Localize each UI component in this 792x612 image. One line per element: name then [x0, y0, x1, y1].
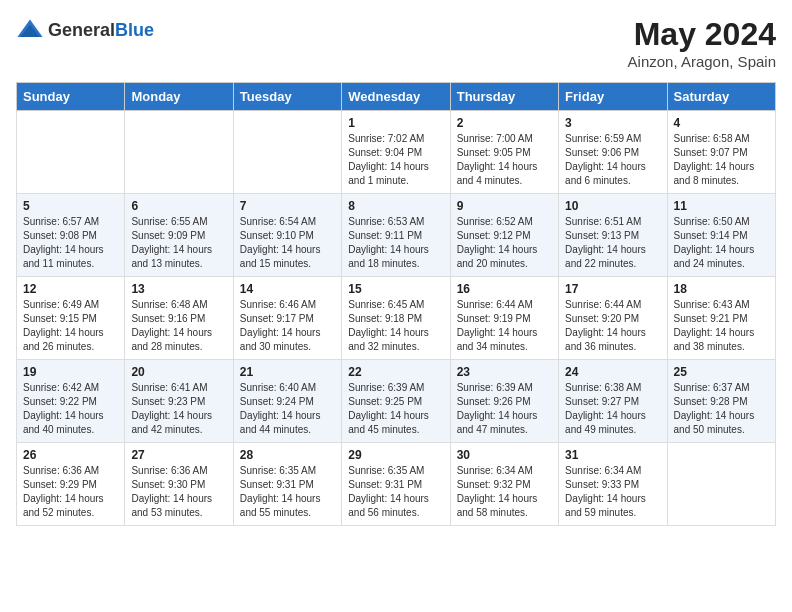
day-info: Sunrise: 6:49 AM Sunset: 9:15 PM Dayligh… [23, 298, 118, 354]
calendar-cell [125, 111, 233, 194]
calendar-cell: 29Sunrise: 6:35 AM Sunset: 9:31 PM Dayli… [342, 443, 450, 526]
calendar-cell [233, 111, 341, 194]
day-info: Sunrise: 6:37 AM Sunset: 9:28 PM Dayligh… [674, 381, 769, 437]
day-number: 10 [565, 199, 660, 213]
calendar-cell: 18Sunrise: 6:43 AM Sunset: 9:21 PM Dayli… [667, 277, 775, 360]
calendar-cell: 8Sunrise: 6:53 AM Sunset: 9:11 PM Daylig… [342, 194, 450, 277]
day-info: Sunrise: 6:39 AM Sunset: 9:25 PM Dayligh… [348, 381, 443, 437]
day-of-week-header: Monday [125, 83, 233, 111]
day-of-week-header: Saturday [667, 83, 775, 111]
calendar-week-row: 5Sunrise: 6:57 AM Sunset: 9:08 PM Daylig… [17, 194, 776, 277]
calendar-cell: 5Sunrise: 6:57 AM Sunset: 9:08 PM Daylig… [17, 194, 125, 277]
day-of-week-header: Tuesday [233, 83, 341, 111]
calendar-week-row: 1Sunrise: 7:02 AM Sunset: 9:04 PM Daylig… [17, 111, 776, 194]
day-info: Sunrise: 6:38 AM Sunset: 9:27 PM Dayligh… [565, 381, 660, 437]
calendar-cell: 27Sunrise: 6:36 AM Sunset: 9:30 PM Dayli… [125, 443, 233, 526]
day-info: Sunrise: 7:02 AM Sunset: 9:04 PM Dayligh… [348, 132, 443, 188]
logo-icon [16, 16, 44, 44]
day-number: 29 [348, 448, 443, 462]
calendar-week-row: 12Sunrise: 6:49 AM Sunset: 9:15 PM Dayli… [17, 277, 776, 360]
logo-general: General [48, 20, 115, 40]
calendar-table: SundayMondayTuesdayWednesdayThursdayFrid… [16, 82, 776, 526]
calendar-cell: 15Sunrise: 6:45 AM Sunset: 9:18 PM Dayli… [342, 277, 450, 360]
day-number: 4 [674, 116, 769, 130]
day-number: 11 [674, 199, 769, 213]
calendar-cell: 17Sunrise: 6:44 AM Sunset: 9:20 PM Dayli… [559, 277, 667, 360]
calendar-cell: 20Sunrise: 6:41 AM Sunset: 9:23 PM Dayli… [125, 360, 233, 443]
day-number: 12 [23, 282, 118, 296]
day-info: Sunrise: 6:51 AM Sunset: 9:13 PM Dayligh… [565, 215, 660, 271]
day-of-week-header: Wednesday [342, 83, 450, 111]
day-number: 7 [240, 199, 335, 213]
day-number: 19 [23, 365, 118, 379]
day-number: 9 [457, 199, 552, 213]
day-info: Sunrise: 6:36 AM Sunset: 9:30 PM Dayligh… [131, 464, 226, 520]
day-of-week-header: Sunday [17, 83, 125, 111]
day-info: Sunrise: 6:45 AM Sunset: 9:18 PM Dayligh… [348, 298, 443, 354]
day-number: 31 [565, 448, 660, 462]
calendar-cell: 10Sunrise: 6:51 AM Sunset: 9:13 PM Dayli… [559, 194, 667, 277]
logo: GeneralBlue [16, 16, 154, 44]
day-number: 13 [131, 282, 226, 296]
day-info: Sunrise: 6:57 AM Sunset: 9:08 PM Dayligh… [23, 215, 118, 271]
day-number: 28 [240, 448, 335, 462]
day-info: Sunrise: 6:50 AM Sunset: 9:14 PM Dayligh… [674, 215, 769, 271]
day-number: 25 [674, 365, 769, 379]
day-info: Sunrise: 6:54 AM Sunset: 9:10 PM Dayligh… [240, 215, 335, 271]
day-info: Sunrise: 6:52 AM Sunset: 9:12 PM Dayligh… [457, 215, 552, 271]
day-info: Sunrise: 6:39 AM Sunset: 9:26 PM Dayligh… [457, 381, 552, 437]
day-number: 27 [131, 448, 226, 462]
day-number: 22 [348, 365, 443, 379]
day-number: 1 [348, 116, 443, 130]
calendar-cell: 11Sunrise: 6:50 AM Sunset: 9:14 PM Dayli… [667, 194, 775, 277]
day-number: 30 [457, 448, 552, 462]
calendar-cell [667, 443, 775, 526]
day-number: 24 [565, 365, 660, 379]
logo-blue: Blue [115, 20, 154, 40]
day-info: Sunrise: 6:40 AM Sunset: 9:24 PM Dayligh… [240, 381, 335, 437]
day-info: Sunrise: 6:34 AM Sunset: 9:33 PM Dayligh… [565, 464, 660, 520]
day-info: Sunrise: 7:00 AM Sunset: 9:05 PM Dayligh… [457, 132, 552, 188]
calendar-cell: 28Sunrise: 6:35 AM Sunset: 9:31 PM Dayli… [233, 443, 341, 526]
calendar-cell: 13Sunrise: 6:48 AM Sunset: 9:16 PM Dayli… [125, 277, 233, 360]
calendar-cell: 31Sunrise: 6:34 AM Sunset: 9:33 PM Dayli… [559, 443, 667, 526]
day-info: Sunrise: 6:42 AM Sunset: 9:22 PM Dayligh… [23, 381, 118, 437]
calendar-week-row: 19Sunrise: 6:42 AM Sunset: 9:22 PM Dayli… [17, 360, 776, 443]
day-info: Sunrise: 6:59 AM Sunset: 9:06 PM Dayligh… [565, 132, 660, 188]
calendar-cell: 9Sunrise: 6:52 AM Sunset: 9:12 PM Daylig… [450, 194, 558, 277]
day-number: 3 [565, 116, 660, 130]
day-info: Sunrise: 6:44 AM Sunset: 9:20 PM Dayligh… [565, 298, 660, 354]
calendar-cell: 22Sunrise: 6:39 AM Sunset: 9:25 PM Dayli… [342, 360, 450, 443]
calendar-cell: 14Sunrise: 6:46 AM Sunset: 9:17 PM Dayli… [233, 277, 341, 360]
month-year-title: May 2024 [628, 16, 776, 53]
day-number: 14 [240, 282, 335, 296]
day-number: 17 [565, 282, 660, 296]
day-number: 20 [131, 365, 226, 379]
day-info: Sunrise: 6:43 AM Sunset: 9:21 PM Dayligh… [674, 298, 769, 354]
day-number: 8 [348, 199, 443, 213]
calendar-cell: 24Sunrise: 6:38 AM Sunset: 9:27 PM Dayli… [559, 360, 667, 443]
day-info: Sunrise: 6:35 AM Sunset: 9:31 PM Dayligh… [348, 464, 443, 520]
location-subtitle: Ainzon, Aragon, Spain [628, 53, 776, 70]
calendar-cell: 26Sunrise: 6:36 AM Sunset: 9:29 PM Dayli… [17, 443, 125, 526]
day-info: Sunrise: 6:36 AM Sunset: 9:29 PM Dayligh… [23, 464, 118, 520]
page-header: GeneralBlue May 2024 Ainzon, Aragon, Spa… [16, 16, 776, 70]
day-number: 23 [457, 365, 552, 379]
calendar-cell [17, 111, 125, 194]
day-of-week-header: Thursday [450, 83, 558, 111]
calendar-cell: 3Sunrise: 6:59 AM Sunset: 9:06 PM Daylig… [559, 111, 667, 194]
day-of-week-header: Friday [559, 83, 667, 111]
day-info: Sunrise: 6:34 AM Sunset: 9:32 PM Dayligh… [457, 464, 552, 520]
day-number: 18 [674, 282, 769, 296]
calendar-cell: 7Sunrise: 6:54 AM Sunset: 9:10 PM Daylig… [233, 194, 341, 277]
calendar-cell: 30Sunrise: 6:34 AM Sunset: 9:32 PM Dayli… [450, 443, 558, 526]
calendar-cell: 1Sunrise: 7:02 AM Sunset: 9:04 PM Daylig… [342, 111, 450, 194]
day-info: Sunrise: 6:55 AM Sunset: 9:09 PM Dayligh… [131, 215, 226, 271]
day-number: 15 [348, 282, 443, 296]
day-info: Sunrise: 6:48 AM Sunset: 9:16 PM Dayligh… [131, 298, 226, 354]
day-info: Sunrise: 6:44 AM Sunset: 9:19 PM Dayligh… [457, 298, 552, 354]
day-info: Sunrise: 6:46 AM Sunset: 9:17 PM Dayligh… [240, 298, 335, 354]
day-info: Sunrise: 6:53 AM Sunset: 9:11 PM Dayligh… [348, 215, 443, 271]
calendar-cell: 16Sunrise: 6:44 AM Sunset: 9:19 PM Dayli… [450, 277, 558, 360]
title-block: May 2024 Ainzon, Aragon, Spain [628, 16, 776, 70]
